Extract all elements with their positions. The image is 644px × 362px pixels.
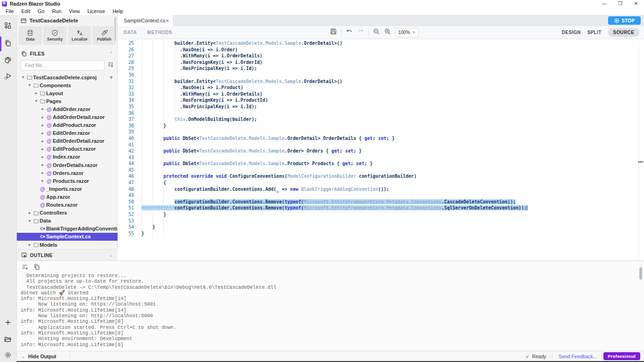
code-line-33[interactable]: 33 .WithMany(i => i.OrderDetails) <box>118 91 527 97</box>
code-line-38[interactable]: 38 } <box>118 123 527 129</box>
copy-output-icon[interactable] <box>34 264 40 272</box>
code-line-37[interactable]: 37 this.OnModelBuilding(builder); <box>118 116 527 123</box>
save-icon[interactable] <box>330 28 337 37</box>
code-line-50[interactable]: 50 configurationBuilder.Conventions.Remo… <box>118 199 527 205</box>
stop-button[interactable]: STOP <box>608 16 641 25</box>
expander-closed-icon[interactable]: ▸ <box>40 171 45 175</box>
expander-closed-icon[interactable]: ▸ <box>40 163 45 167</box>
tab-data[interactable]: DATA <box>124 30 137 35</box>
tree-item-products-razor[interactable]: ▸@Products.razor <box>17 177 118 185</box>
tree-item-orderdetails-razor[interactable]: ▸@OrderDetails.razor <box>17 161 118 169</box>
expander-open-icon[interactable]: ▾ <box>27 83 32 87</box>
expander-open-icon[interactable]: ▾ <box>34 99 39 103</box>
expander-open-icon[interactable]: ▾ <box>27 219 32 223</box>
expander-closed-icon[interactable]: ▸ <box>27 211 32 215</box>
expander-closed-icon[interactable]: ▸ <box>40 131 45 135</box>
menu-file[interactable]: File <box>2 8 18 14</box>
code-line-27[interactable]: 27 .WithMany(i => i.OrderDetails) <box>118 53 527 59</box>
code-line-32[interactable]: 32 .HasOne(i => i.Product) <box>118 84 527 91</box>
theme-palette-icon[interactable] <box>4 56 13 65</box>
settings-gear-icon[interactable] <box>4 351 13 360</box>
code-line-46[interactable]: 46 protected override void ConfigureConv… <box>118 173 527 180</box>
open-folder-icon[interactable] <box>4 335 13 344</box>
code-line-55[interactable]: 55} <box>118 230 527 237</box>
code-line-31[interactable]: 31 builder.Entity<TestCascadeDelete.Mode… <box>118 78 527 85</box>
chevron-up-icon[interactable]: ⌃ <box>109 51 113 56</box>
tree-item-components[interactable]: ▾Components <box>17 81 118 89</box>
tree-item-index-razor[interactable]: ▸@Index.razor <box>17 153 118 161</box>
view-design-button[interactable]: DESIGN <box>562 30 581 35</box>
tree-item-orders-razor[interactable]: ▸@Orders.razor <box>17 169 118 177</box>
tree-item-testcascadedelete-csproj[interactable]: ▾TestCascadeDelete.csproj+ <box>17 73 118 81</box>
code-line-36[interactable]: 36 <box>118 110 527 117</box>
tree-item-addorderdetail-razor[interactable]: ▸@AddOrderDetail.razor <box>17 113 118 121</box>
code-line-29[interactable]: 29 .HasPrincipalKey(i => i.Id); <box>118 65 527 72</box>
code-line-52[interactable]: 52 } <box>118 211 527 218</box>
tree-item--imports-razor[interactable]: @_Imports.razor <box>17 185 118 193</box>
tab-methods[interactable]: METHODS <box>147 30 172 35</box>
expander-closed-icon[interactable]: ▸ <box>34 91 39 95</box>
run-config-icon[interactable] <box>4 72 13 81</box>
code-line-30[interactable]: 30 <box>118 72 527 78</box>
outline-section-header[interactable]: OUTLINE ⌄ <box>17 249 118 260</box>
code-line-26[interactable]: 26 .HasOne(i => i.Order) <box>118 47 527 53</box>
console-scrollbar[interactable] <box>639 267 642 279</box>
menu-go[interactable]: Go <box>34 8 49 14</box>
code-line-39[interactable]: 39 <box>118 129 527 135</box>
hide-output-button[interactable]: ⌄ Hide Output <box>17 351 70 361</box>
tree-item-editorderdetail-razor[interactable]: ▸@EditOrderDetail.razor <box>17 137 118 145</box>
tab-samplecontext[interactable]: SampleContext.cs ✕ <box>118 15 173 26</box>
files-section-header[interactable]: FILES ⌃ <box>17 48 118 59</box>
tree-item-samplecontext-cs[interactable]: C●SampleContext.cs <box>17 233 118 241</box>
menu-license[interactable]: License <box>84 8 109 14</box>
pages-icon[interactable] <box>4 39 13 49</box>
collapse-all-icon[interactable] <box>107 61 114 70</box>
tree-item-addorder-razor[interactable]: ▸@AddOrder.razor <box>17 105 118 113</box>
zoom-level-select[interactable]: 100% ▼ <box>395 28 419 37</box>
code-line-42[interactable]: 42 public DbSet<TestCascadeDelete.Models… <box>118 148 527 154</box>
code-line-41[interactable]: 41 <box>118 142 527 148</box>
find-file-input[interactable] <box>21 60 105 70</box>
code-line-43[interactable]: 43 <box>118 154 527 161</box>
view-source-button[interactable]: SOURCE <box>608 28 639 37</box>
tree-item-editproduct-razor[interactable]: ▸@EditProduct.razor <box>17 145 118 153</box>
editor-scrollbar-track[interactable] <box>638 39 639 260</box>
publish-button[interactable]: Publish <box>92 26 116 45</box>
expander-closed-icon[interactable]: ▸ <box>40 123 45 127</box>
tree-item-routes-razor[interactable]: @Routes.razor <box>17 201 118 209</box>
code-line-45[interactable]: 45 <box>118 167 527 174</box>
send-feedback-link[interactable]: Send Feedback... <box>559 354 597 359</box>
code-line-53[interactable]: 53 <box>118 218 527 224</box>
zoom-in-icon[interactable] <box>384 28 391 37</box>
restore-button[interactable]: ❐ <box>612 0 628 7</box>
expander-closed-icon[interactable]: ▸ <box>40 147 45 151</box>
security-button[interactable]: Security <box>43 26 67 45</box>
code-line-25[interactable]: 25 builder.Entity<TestCascadeDelete.Mode… <box>118 40 527 47</box>
code-editor[interactable]: 25 builder.Entity<TestCascadeDelete.Mode… <box>118 39 644 260</box>
code-line-28[interactable]: 28 .HasForeignKey(i => i.OrderId) <box>118 59 527 66</box>
tree-item-app-razor[interactable]: @App.razor <box>17 193 118 201</box>
zoom-out-icon[interactable] <box>373 28 380 37</box>
expander-closed-icon[interactable]: ▸ <box>40 115 45 119</box>
expander-open-icon[interactable]: ▾ <box>21 75 26 79</box>
add-icon[interactable] <box>4 318 13 327</box>
view-split-button[interactable]: SPLIT <box>587 30 601 35</box>
chevron-down-icon[interactable]: ⌄ <box>109 253 113 258</box>
expander-closed-icon[interactable]: ▸ <box>40 139 45 143</box>
code-line-48[interactable]: 48 configurationBuilder.Conventions.Add(… <box>118 186 527 193</box>
tree-item-pages[interactable]: ▾Pages <box>17 97 118 105</box>
localize-button[interactable]: Localize <box>68 26 91 45</box>
redo-icon[interactable] <box>357 28 364 37</box>
data-button[interactable]: Data <box>19 26 42 45</box>
tree-item-models[interactable]: ▸Models <box>17 241 118 249</box>
new-project-icon[interactable] <box>4 21 13 31</box>
tree-item-data[interactable]: ▾Data <box>17 217 118 225</box>
menu-run[interactable]: Run <box>48 8 65 14</box>
tree-item-editorder-razor[interactable]: ▸@EditOrder.razor <box>17 129 118 137</box>
code-line-44[interactable]: 44 public DbSet<TestCascadeDelete.Models… <box>118 160 527 167</box>
tree-item-blanktriggeraddingconvention-cs[interactable]: C●BlankTriggerAddingConvention.cs <box>17 225 118 233</box>
tree-item-addproduct-razor[interactable]: ▸@AddProduct.razor <box>17 121 118 129</box>
tree-scrollbar[interactable] <box>114 17 116 41</box>
code-line-49[interactable]: 49 <box>118 192 527 199</box>
clear-output-icon[interactable] <box>21 264 28 272</box>
